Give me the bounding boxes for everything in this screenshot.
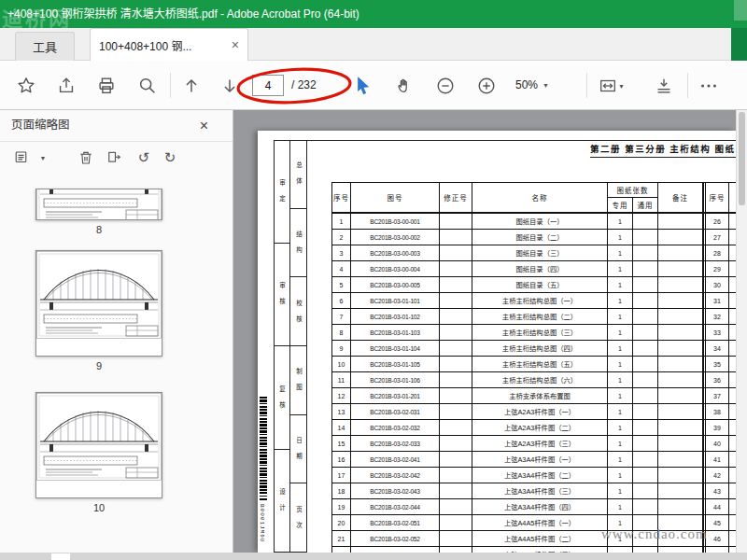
select-tool-cursor-icon[interactable] bbox=[351, 74, 375, 98]
thumbnails-list: 8 9 10 bbox=[0, 172, 233, 553]
taskbar-peek bbox=[51, 553, 70, 560]
header-revision: 修正号 bbox=[440, 183, 472, 213]
thumbnails-panel: 页面缩略图 × ▼ ↺ ↻ 8 bbox=[0, 110, 233, 553]
rotate-cw-icon[interactable]: ↻ bbox=[159, 147, 181, 169]
thumbnail-options-icon[interactable] bbox=[11, 147, 34, 169]
thumbnail-page-number: 10 bbox=[35, 502, 162, 513]
scrolling-mode-icon[interactable] bbox=[652, 74, 676, 98]
zoom-out-icon[interactable] bbox=[433, 74, 458, 98]
rotate-ccw-icon[interactable]: ↺ bbox=[133, 147, 155, 169]
zoom-level-value: 50% bbox=[515, 75, 538, 96]
sheet-header-text: 第二册 第三分册 主桁结构 图纸目录 bbox=[590, 142, 736, 155]
tab-tools[interactable]: 工具 bbox=[15, 32, 75, 61]
sign-column-b: 总 体结 构校 核制 图日 期页 次 bbox=[290, 140, 307, 553]
main-toolbar: 4 / 232 50% ▼ ▼ bbox=[0, 61, 747, 110]
thumbnails-panel-header: 页面缩略图 × bbox=[0, 110, 233, 142]
window-bottom-edge bbox=[0, 553, 747, 560]
document-view-area[interactable]: 审 定审 核复 核设 计 总 体结 构校 核制 图日 期页 次 第二册 第三分册… bbox=[233, 110, 736, 553]
delete-pages-trash-icon[interactable] bbox=[75, 147, 97, 169]
sheet-header-underline bbox=[590, 157, 736, 158]
favorites-star-icon[interactable] bbox=[14, 74, 38, 98]
more-tools-icon[interactable] bbox=[697, 74, 721, 98]
sheet-table-header: 序号 图号 修正号 名称 图纸张数 专用 通用 备注 序号 图号 bbox=[331, 182, 736, 213]
page-total-label: / 232 bbox=[291, 75, 317, 96]
header-special: 专用 bbox=[608, 198, 633, 213]
window-titlebar: 迪桥网 +408+100 钢桁架拱桥 清水塘大桥图纸.pdf - Adobe A… bbox=[0, 0, 747, 28]
drawing-index-table: 序号 图号 修正号 名称 图纸张数 专用 通用 备注 序号 图号 1BC201B… bbox=[331, 182, 736, 553]
window-title: +408+100 钢桁架拱桥 清水塘大桥图纸.pdf - Adobe Acrob… bbox=[7, 0, 359, 28]
chevron-down-icon: ▼ bbox=[618, 83, 625, 90]
thumbnail-page-number: 9 bbox=[35, 360, 162, 371]
next-page-icon[interactable] bbox=[218, 74, 242, 98]
page-fit-dropdown-icon[interactable]: ▼ bbox=[596, 74, 620, 98]
header-no: 序号 bbox=[332, 183, 351, 213]
thumbnail-image[interactable] bbox=[35, 189, 162, 220]
page-thumbnail[interactable]: 10 bbox=[35, 392, 162, 513]
pdf-page: 审 定审 核复 核设 计 总 体结 构校 核制 图日 期页 次 第二册 第三分册… bbox=[258, 131, 736, 553]
toolbar-separator bbox=[586, 73, 587, 98]
header-name: 名称 bbox=[472, 183, 608, 213]
previous-page-icon[interactable] bbox=[179, 74, 204, 98]
header-remarks: 备注 bbox=[658, 183, 703, 213]
toolbar-separator bbox=[170, 73, 171, 98]
tab-tools-label: 工具 bbox=[33, 40, 57, 54]
panel-close-icon[interactable]: × bbox=[200, 110, 208, 141]
tab-close-icon[interactable]: × bbox=[232, 38, 239, 51]
tab-document-label: 100+408+100 钢... bbox=[99, 37, 226, 53]
zoom-level-dropdown[interactable]: 50% ▼ bbox=[515, 75, 549, 96]
header-general: 通用 bbox=[633, 198, 658, 213]
header-right-no: 序号 bbox=[703, 183, 729, 213]
search-icon[interactable] bbox=[135, 74, 160, 98]
thumbnails-toolbar: ▼ ↺ ↻ bbox=[0, 142, 233, 174]
thumbnail-image[interactable] bbox=[35, 250, 162, 357]
barcode bbox=[260, 397, 267, 501]
zoom-in-icon[interactable] bbox=[474, 74, 499, 98]
acrobat-window: 迪桥网 +408+100 钢桁架拱桥 清水塘大桥图纸.pdf - Adobe A… bbox=[0, 0, 747, 560]
page-number-input[interactable]: 4 bbox=[252, 75, 284, 96]
extract-page-icon[interactable] bbox=[103, 147, 125, 169]
chevron-down-icon[interactable]: ▼ bbox=[32, 147, 54, 169]
share-icon[interactable] bbox=[54, 74, 78, 98]
thumbnail-image[interactable] bbox=[35, 392, 162, 498]
page-thumbnail[interactable]: 9 bbox=[35, 250, 162, 371]
barcode-text: B0001JM9U bbox=[259, 504, 265, 542]
watermark-bottom-right: www.cndao.com bbox=[601, 526, 708, 542]
thumbnail-page-number: 8 bbox=[35, 224, 162, 235]
chevron-down-icon: ▼ bbox=[543, 75, 549, 96]
vertical-scrollbar[interactable] bbox=[736, 110, 747, 553]
header-sheets-group: 图纸张数 bbox=[608, 183, 658, 198]
tab-document[interactable]: 100+408+100 钢... × bbox=[90, 28, 248, 61]
page-thumbnail[interactable]: 8 bbox=[35, 189, 162, 235]
header-drawing-no: 图号 bbox=[351, 183, 440, 213]
panel-title: 页面缩略图 bbox=[11, 110, 70, 141]
corner-green-block bbox=[731, 28, 747, 61]
header-right-drawing-no: 图号 bbox=[729, 183, 736, 213]
scrollbar-thumb[interactable] bbox=[739, 112, 745, 205]
sheet-table-body: 1BC201B-03-00-001图纸目录（一）126BC2012BC201B-… bbox=[331, 213, 736, 553]
hand-tool-icon[interactable] bbox=[392, 74, 416, 98]
tab-bar: 工具 100+408+100 钢... × bbox=[0, 28, 747, 61]
sign-column-a: 审 定审 核复 核设 计 bbox=[274, 140, 290, 553]
toolbar-separator bbox=[687, 73, 688, 98]
print-icon[interactable] bbox=[94, 74, 119, 98]
window-controls-edge bbox=[734, 0, 747, 21]
